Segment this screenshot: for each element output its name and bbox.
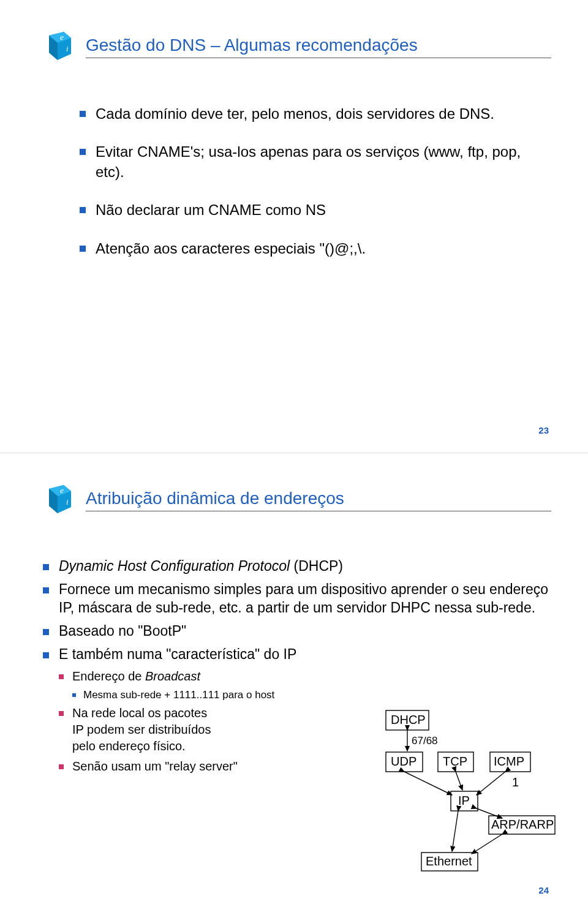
bullet-text: IP podem ser distribuídos	[72, 723, 211, 736]
svg-text:s: s	[45, 495, 48, 504]
bullet-item: Baseado no "BootP"	[43, 622, 551, 641]
logo-icon: e s i	[37, 484, 75, 521]
bullet-item: Cada domínio deve ter, pelo menos, dois …	[80, 104, 551, 124]
sub-bullet-item: Endereço de Broadcast	[59, 668, 551, 685]
diagram-label-port: 67/68	[412, 735, 438, 747]
slide-header: e s i Gestão do DNS – Algumas recomendaç…	[37, 31, 551, 67]
svg-line-14	[404, 772, 452, 795]
diagram-label-ethernet: Ethernet	[426, 854, 472, 868]
svg-text:i: i	[66, 44, 69, 53]
svg-line-18	[452, 811, 458, 851]
slide-header: e s i Atribuição dinâmica de endereços	[37, 484, 551, 521]
svg-line-15	[456, 772, 462, 790]
slide-23: e s i Gestão do DNS – Algumas recomendaç…	[0, 0, 588, 453]
diagram-label-dhcp: DHCP	[391, 713, 426, 726]
diagram-label-icmp: ICMP	[494, 755, 524, 768]
bullet-text: Endereço de	[72, 669, 145, 683]
bullet-text: pelo endereço físico.	[72, 739, 186, 753]
bullet-text-italic: Dynamic Host Configuration Protocol	[59, 558, 290, 574]
bullet-item: Fornece um mecanismo simples para um dis…	[43, 581, 551, 617]
diagram-label-ip: IP	[458, 794, 470, 807]
svg-text:i: i	[66, 497, 69, 506]
bullet-item: Dynamic Host Configuration Protocol (DHC…	[43, 557, 551, 576]
slide-title: Gestão do DNS – Algumas recomendações	[86, 36, 551, 58]
diagram-label-tcp: TCP	[443, 755, 467, 768]
slide-content: Cada domínio deve ter, pelo menos, dois …	[37, 104, 551, 258]
diagram-label-udp: UDP	[391, 755, 417, 768]
sub-sub-bullet-item: Mesma sub-rede + 1111..111 para o host	[72, 688, 551, 702]
bullet-item: Não declarar um CNAME como NS	[80, 200, 551, 220]
bullet-item: Atenção aos caracteres especiais "()@;,\…	[80, 239, 551, 258]
diagram-label-one: 1	[512, 775, 519, 789]
slide-title: Atribuição dinâmica de endereços	[86, 489, 551, 511]
logo-icon: e s i	[37, 31, 75, 67]
bullet-text: (DHCP)	[290, 558, 343, 574]
diagram-label-arp: ARP/RARP	[491, 818, 554, 831]
svg-text:e: e	[60, 486, 64, 495]
page-number: 24	[538, 885, 549, 895]
svg-line-16	[477, 772, 505, 795]
svg-text:s: s	[45, 42, 48, 51]
page-number: 23	[538, 425, 549, 435]
bullet-item: Evitar CNAME's; usa-los apenas para os s…	[80, 142, 551, 182]
bullet-text-italic: Broadcast	[145, 669, 200, 683]
bullet-item: E também numa "característica" do IP	[43, 646, 551, 664]
protocol-stack-diagram: DHCP 67/68 UDP TCP ICMP 1 IP ARP/RARP Et…	[380, 710, 557, 882]
slide-24: e s i Atribuição dinâmica de endereços D…	[0, 453, 588, 913]
svg-text:e: e	[60, 32, 64, 42]
svg-line-19	[472, 834, 502, 854]
bullet-text: Na rede local os pacotes	[72, 706, 207, 720]
